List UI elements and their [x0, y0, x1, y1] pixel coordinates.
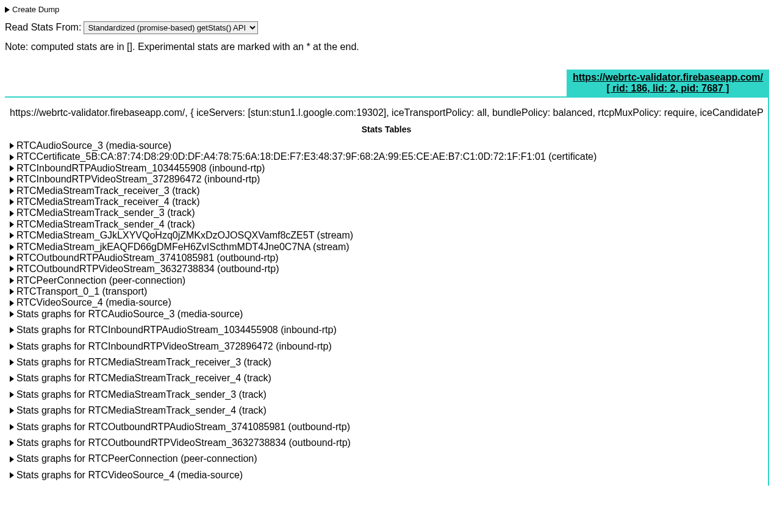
stats-item-label: RTCVideoSource_4 (media-source)	[16, 297, 171, 308]
tab-container: https://webrtc-validator.firebaseapp.com…	[5, 70, 769, 96]
disclosure-triangle-icon[interactable]	[10, 165, 14, 171]
stats-item[interactable]: RTCAudioSource_3 (media-source)	[10, 140, 763, 151]
disclosure-triangle-icon[interactable]	[10, 327, 14, 333]
stats-item-label: RTCMediaStreamTrack_receiver_3 (track)	[16, 185, 200, 196]
create-dump-label: Create Dump	[12, 5, 59, 14]
stats-tables-header: Stats Tables	[10, 124, 763, 134]
disclosure-triangle-icon[interactable]	[10, 266, 14, 272]
stats-item[interactable]: RTCCertificate_5B:CA:87:74:D8:29:0D:DF:A…	[10, 151, 763, 162]
stats-item-label: Stats graphs for RTCInboundRTPVideoStrea…	[16, 341, 332, 352]
stats-graphs-list: Stats graphs for RTCAudioSource_3 (media…	[10, 309, 763, 481]
stats-item-label: RTCMediaStream_jkEAQFD66gDMFeH6ZvIScthmM…	[16, 242, 349, 253]
stats-item-label: RTCMediaStreamTrack_receiver_4 (track)	[16, 196, 200, 207]
tab-ids: [ rid: 186, lid: 2, pid: 7687 ]	[573, 83, 763, 94]
stats-item-label: Stats graphs for RTCOutboundRTPVideoStre…	[16, 437, 351, 448]
tab-url: https://webrtc-validator.firebaseapp.com…	[573, 72, 763, 83]
note-text: Note: computed stats are in []. Experime…	[5, 41, 769, 52]
stats-item-label: RTCMediaStreamTrack_sender_3 (track)	[16, 207, 195, 218]
stats-item-label: Stats graphs for RTCOutboundRTPAudioStre…	[16, 422, 350, 433]
stats-item-label: RTCOutboundRTPVideoStream_3632738834 (ou…	[16, 264, 279, 275]
disclosure-triangle-icon[interactable]	[10, 376, 14, 382]
stats-item-label: Stats graphs for RTCMediaStreamTrack_rec…	[16, 373, 271, 384]
disclosure-triangle-icon[interactable]	[5, 7, 10, 13]
create-dump-row[interactable]: Create Dump	[5, 5, 769, 14]
stats-item[interactable]: Stats graphs for RTCPeerConnection (peer…	[10, 453, 763, 464]
disclosure-triangle-icon[interactable]	[10, 392, 14, 398]
disclosure-triangle-icon[interactable]	[10, 440, 14, 446]
stats-item[interactable]: Stats graphs for RTCInboundRTPAudioStrea…	[10, 325, 763, 336]
disclosure-triangle-icon[interactable]	[10, 154, 14, 160]
stats-item[interactable]: Stats graphs for RTCVideoSource_4 (media…	[10, 470, 763, 481]
disclosure-triangle-icon[interactable]	[10, 188, 14, 194]
stats-item[interactable]: Stats graphs for RTCOutboundRTPVideoStre…	[10, 437, 763, 448]
stats-list: RTCAudioSource_3 (media-source)RTCCertif…	[10, 140, 763, 309]
stats-item[interactable]: Stats graphs for RTCMediaStreamTrack_rec…	[10, 373, 763, 384]
disclosure-triangle-icon[interactable]	[10, 143, 14, 149]
disclosure-triangle-icon[interactable]	[10, 176, 14, 182]
stats-item[interactable]: Stats graphs for RTCInboundRTPVideoStrea…	[10, 341, 763, 352]
read-stats-label: Read Stats From:	[5, 22, 81, 33]
disclosure-triangle-icon[interactable]	[10, 359, 14, 365]
stats-item-label: Stats graphs for RTCMediaStreamTrack_rec…	[16, 357, 271, 368]
stats-item-label: RTCMediaStream_GJkLXYVQoHzq0jZMKxDzOJOSQ…	[16, 230, 353, 241]
stats-item[interactable]: RTCMediaStreamTrack_receiver_4 (track)	[10, 196, 763, 207]
stats-item[interactable]: Stats graphs for RTCMediaStreamTrack_sen…	[10, 405, 763, 416]
stats-item[interactable]: RTCMediaStreamTrack_sender_4 (track)	[10, 219, 763, 230]
stats-item-label: Stats graphs for RTCPeerConnection (peer…	[16, 453, 257, 464]
disclosure-triangle-icon[interactable]	[10, 289, 14, 295]
disclosure-triangle-icon[interactable]	[10, 199, 14, 205]
connection-tab[interactable]: https://webrtc-validator.firebaseapp.com…	[567, 70, 769, 96]
disclosure-triangle-icon[interactable]	[10, 255, 14, 261]
stats-item-label: RTCPeerConnection (peer-connection)	[16, 275, 185, 286]
disclosure-triangle-icon[interactable]	[10, 408, 14, 414]
connection-info: https://webrtc-validator.firebaseapp.com…	[10, 107, 763, 118]
stats-panel: https://webrtc-validator.firebaseapp.com…	[5, 96, 769, 486]
stats-item[interactable]: Stats graphs for RTCMediaStreamTrack_sen…	[10, 389, 763, 400]
stats-item-label: RTCCertificate_5B:CA:87:74:D8:29:0D:DF:A…	[16, 151, 597, 162]
stats-item[interactable]: RTCOutboundRTPAudioStream_3741085981 (ou…	[10, 253, 763, 264]
stats-item[interactable]: RTCMediaStream_jkEAQFD66gDMFeH6ZvIScthmM…	[10, 242, 763, 253]
stats-item-label: Stats graphs for RTCMediaStreamTrack_sen…	[16, 389, 267, 400]
disclosure-triangle-icon[interactable]	[10, 472, 14, 478]
stats-item-label: RTCMediaStreamTrack_sender_4 (track)	[16, 219, 195, 230]
stats-item-label: RTCOutboundRTPAudioStream_3741085981 (ou…	[16, 253, 279, 264]
stats-item[interactable]: Stats graphs for RTCAudioSource_3 (media…	[10, 309, 763, 320]
stats-item-label: Stats graphs for RTCVideoSource_4 (media…	[16, 470, 243, 481]
stats-item[interactable]: RTCMediaStreamTrack_sender_3 (track)	[10, 207, 763, 218]
stats-item-label: RTCAudioSource_3 (media-source)	[16, 140, 171, 151]
stats-item[interactable]: Stats graphs for RTCMediaStreamTrack_rec…	[10, 357, 763, 368]
read-stats-select[interactable]: Standardized (promise-based) getStats() …	[84, 21, 258, 34]
stats-item[interactable]: RTCTransport_0_1 (transport)	[10, 286, 763, 297]
disclosure-triangle-icon[interactable]	[10, 300, 14, 306]
stats-item[interactable]: RTCOutboundRTPVideoStream_3632738834 (ou…	[10, 264, 763, 275]
stats-item[interactable]: RTCInboundRTPVideoStream_372896472 (inbo…	[10, 174, 763, 185]
disclosure-triangle-icon[interactable]	[10, 424, 14, 430]
stats-item-label: RTCInboundRTPVideoStream_372896472 (inbo…	[16, 174, 260, 185]
disclosure-triangle-icon[interactable]	[10, 343, 14, 350]
stats-item-label: RTCInboundRTPAudioStream_1034455908 (inb…	[16, 163, 265, 174]
stats-item-label: Stats graphs for RTCAudioSource_3 (media…	[16, 309, 243, 320]
disclosure-triangle-icon[interactable]	[10, 311, 14, 317]
disclosure-triangle-icon[interactable]	[10, 278, 14, 284]
stats-item[interactable]: RTCVideoSource_4 (media-source)	[10, 297, 763, 308]
stats-item[interactable]: RTCMediaStreamTrack_receiver_3 (track)	[10, 185, 763, 196]
read-stats-row: Read Stats From: Standardized (promise-b…	[5, 21, 769, 34]
stats-item-label: RTCTransport_0_1 (transport)	[16, 286, 147, 297]
stats-item[interactable]: RTCPeerConnection (peer-connection)	[10, 275, 763, 286]
disclosure-triangle-icon[interactable]	[10, 456, 14, 462]
disclosure-triangle-icon[interactable]	[10, 221, 14, 228]
disclosure-triangle-icon[interactable]	[10, 244, 14, 250]
stats-item[interactable]: RTCInboundRTPAudioStream_1034455908 (inb…	[10, 163, 763, 174]
stats-item-label: Stats graphs for RTCInboundRTPAudioStrea…	[16, 325, 337, 336]
disclosure-triangle-icon[interactable]	[10, 232, 14, 239]
stats-item[interactable]: RTCMediaStream_GJkLXYVQoHzq0jZMKxDzOJOSQ…	[10, 230, 763, 241]
disclosure-triangle-icon[interactable]	[10, 210, 14, 217]
stats-item[interactable]: Stats graphs for RTCOutboundRTPAudioStre…	[10, 422, 763, 433]
stats-item-label: Stats graphs for RTCMediaStreamTrack_sen…	[16, 405, 267, 416]
